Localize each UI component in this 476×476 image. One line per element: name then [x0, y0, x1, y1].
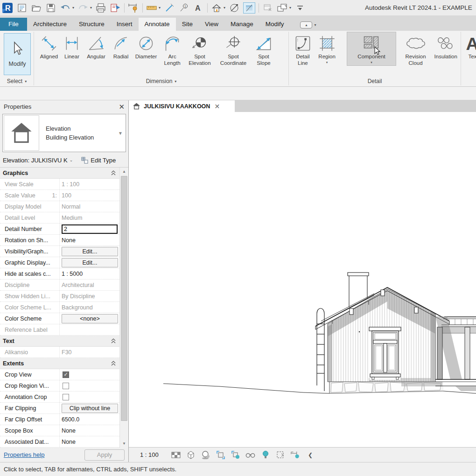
spot-slope-button[interactable]: Spot Slope	[252, 32, 276, 68]
close-properties-icon[interactable]: ✕	[119, 103, 125, 111]
spot-elevation-button[interactable]: Spot Elevation	[184, 32, 215, 68]
component-dropdown-icon[interactable]: ▾	[371, 61, 372, 64]
insulation-button[interactable]: Insulation	[431, 32, 461, 61]
temporary-view-properties-icon[interactable]	[275, 450, 286, 460]
apply-button[interactable]: Apply	[84, 449, 125, 461]
section-header[interactable]: Extents	[0, 358, 119, 369]
property-checkbox[interactable]: ✓	[63, 371, 69, 378]
revision-cloud-button[interactable]: Revision Cloud	[400, 32, 431, 68]
dimension-panel-label[interactable]: Dimension▾	[34, 76, 288, 86]
thin-lines-icon[interactable]	[243, 2, 255, 14]
switch-windows-icon[interactable]	[277, 2, 288, 14]
property-value[interactable]: Edit...	[59, 246, 119, 257]
view-tab-close-icon[interactable]: ✕	[214, 103, 220, 110]
detail-panel-label[interactable]: Detail	[289, 76, 461, 86]
spot-coordinate-button[interactable]: Spot Coordinate	[215, 32, 252, 68]
property-value[interactable]	[59, 380, 119, 391]
tag-circle-icon[interactable]: 1	[178, 2, 189, 14]
sun-path-icon[interactable]	[201, 450, 211, 460]
linear-button[interactable]: Linear	[61, 32, 83, 61]
home-icon[interactable]	[211, 2, 222, 14]
tab-modify[interactable]: Modify	[259, 18, 290, 31]
home-dropdown-icon[interactable]: ▾	[224, 6, 225, 10]
modify-button[interactable]: Modify	[4, 33, 31, 75]
property-button[interactable]: Edit...	[62, 247, 118, 256]
property-value[interactable]: None	[59, 425, 119, 436]
tab-manage[interactable]: Manage	[224, 18, 259, 31]
tab-view[interactable]: View	[199, 18, 224, 31]
undo-dropdown-icon[interactable]: ▾	[72, 6, 74, 10]
property-value[interactable]: ✓	[59, 369, 119, 380]
detail-level-icon[interactable]	[171, 450, 181, 460]
region-button[interactable]: Region ▾	[314, 32, 340, 65]
select-panel-label[interactable]: Select▾	[0, 76, 34, 86]
detail-line-button[interactable]: Detail Line	[292, 32, 314, 68]
tab-architecture[interactable]: Architecture	[27, 18, 73, 31]
property-value[interactable]: None	[59, 235, 119, 245]
show-crop-region-icon[interactable]	[231, 450, 241, 460]
vcb-collapse-icon[interactable]: ❮	[308, 452, 313, 458]
property-value[interactable]: None	[59, 436, 119, 447]
text-button[interactable]: A Text	[463, 32, 476, 61]
detail-line-qat-icon[interactable]	[164, 2, 175, 14]
tab-site[interactable]: Site	[176, 18, 199, 31]
section-header[interactable]: Text	[0, 336, 119, 347]
collapse-ribbon-icon[interactable]	[294, 2, 306, 14]
tab-structure[interactable]: Structure	[73, 18, 111, 31]
crop-view-icon[interactable]	[216, 450, 226, 460]
view-scale-control[interactable]: 1 : 100	[140, 451, 166, 458]
elevation-drawing[interactable]	[129, 112, 476, 447]
undo-icon[interactable]	[60, 2, 71, 14]
save-icon[interactable]	[45, 2, 56, 14]
scroll-up-icon[interactable]: ▲	[120, 168, 128, 175]
text-qat-icon[interactable]: A	[193, 2, 204, 14]
ribbon-display-toggle[interactable]: ▲▾	[300, 21, 316, 28]
redo-dropdown-icon[interactable]: ▾	[90, 6, 92, 10]
type-selector[interactable]: Elevation Building Elevation ▼	[2, 114, 126, 152]
property-value[interactable]: 1 : 5000	[59, 268, 119, 279]
file-menu-icon[interactable]	[16, 2, 28, 14]
tab-insert[interactable]: Insert	[111, 18, 139, 31]
radial-button[interactable]: Radial	[110, 32, 132, 61]
property-checkbox[interactable]	[63, 383, 69, 389]
scroll-down-icon[interactable]: ▼	[120, 440, 128, 448]
scrollbar-thumb[interactable]	[121, 176, 127, 421]
properties-scrollbar[interactable]: ▲ ▼	[119, 168, 128, 448]
drawing-canvas[interactable]: 1 : 100	[129, 112, 476, 462]
dimension-ruler-icon[interactable]	[146, 2, 157, 14]
component-button[interactable]: Component ▾	[347, 32, 395, 65]
print-icon[interactable]	[95, 2, 106, 14]
collapse-section-icon[interactable]	[111, 170, 116, 176]
aligned-button[interactable]: Aligned	[37, 32, 61, 61]
reveal-hidden-elements-icon[interactable]	[260, 450, 271, 460]
property-checkbox[interactable]	[63, 394, 69, 400]
property-button[interactable]: <none>	[62, 314, 118, 323]
properties-help-link[interactable]: Properties help	[4, 451, 44, 458]
property-value[interactable]: 6500.0	[59, 414, 119, 425]
property-value[interactable]	[59, 392, 119, 402]
temporary-hide-isolate-icon[interactable]	[245, 450, 256, 460]
dimension-dropdown-icon[interactable]: ▾	[159, 6, 161, 10]
tab-annotate[interactable]: Annotate	[139, 18, 176, 31]
instance-selector-chevron-icon[interactable]: ⌄	[70, 158, 73, 162]
switch-windows-dropdown-icon[interactable]: ▾	[289, 6, 291, 10]
property-button[interactable]: Clip without line	[62, 404, 118, 413]
type-selector-dropdown-icon[interactable]: ▼	[118, 131, 123, 136]
property-value[interactable]: <none>	[59, 313, 119, 324]
property-button[interactable]: Edit...	[62, 258, 118, 267]
property-value[interactable]: Clip without line	[59, 403, 119, 413]
revit-logo-icon[interactable]: R	[2, 2, 13, 14]
view-tab-active[interactable]: JULKISIVU KAAKKOON ✕	[129, 100, 235, 112]
diameter-button[interactable]: Diameter	[132, 32, 160, 61]
measure-pin-icon[interactable]	[128, 2, 139, 14]
hide-crop-dims-icon[interactable]	[290, 450, 301, 460]
export-icon[interactable]	[110, 2, 121, 14]
open-icon[interactable]	[31, 2, 42, 14]
section-header[interactable]: Graphics	[0, 168, 119, 179]
region-dropdown-icon[interactable]: ▾	[326, 61, 328, 64]
angular-button[interactable]: Angular	[83, 32, 110, 61]
detail-number-input[interactable]	[62, 224, 118, 234]
arc-length-button[interactable]: Arc Length	[160, 32, 184, 68]
section-icon[interactable]	[229, 2, 240, 14]
collapse-section-icon[interactable]	[111, 338, 116, 344]
